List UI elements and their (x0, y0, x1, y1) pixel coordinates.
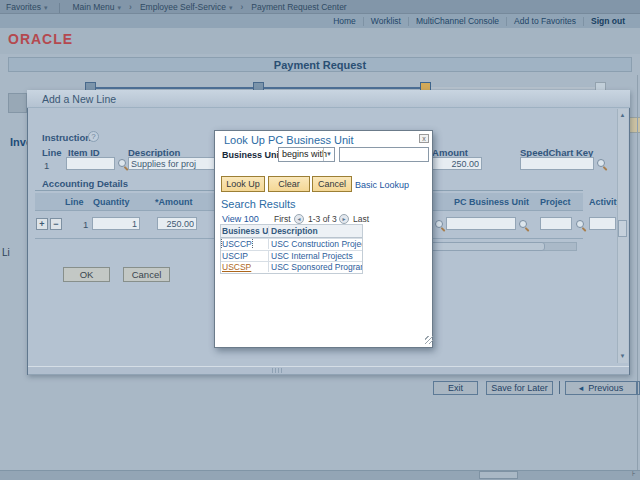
modal-scrollbar-thumb[interactable] (618, 220, 627, 237)
breadcrumb-current: Payment Request Center (245, 0, 352, 14)
pc-business-unit-lookup-icon[interactable] (519, 220, 530, 231)
home-link[interactable]: Home (326, 14, 363, 28)
business-unit-link-usccp[interactable]: USCCP (222, 239, 252, 249)
speedchart-lookup-icon[interactable] (597, 159, 608, 170)
favorites-label: Favorites (6, 2, 41, 12)
line-number-value: 1 (44, 160, 49, 171)
pagination-range: 1-3 of 3 (308, 214, 337, 224)
delete-row-button[interactable]: − (50, 218, 62, 230)
resize-grip-icon[interactable] (425, 336, 433, 344)
grid-project-header: Project (540, 197, 571, 207)
table-row: USCIP USC Internal Projects (221, 250, 362, 262)
lookup-cancel-button[interactable]: Cancel (312, 176, 352, 192)
grid-row-line-number: 1 (83, 219, 88, 230)
scroll-down-icon[interactable]: ▼ (618, 352, 627, 361)
table-row: USCCP USC Construction Projects (221, 238, 362, 250)
business-unit-link-uscsp[interactable]: USCSP (222, 262, 251, 272)
item-id-input[interactable] (66, 157, 115, 170)
worklist-link[interactable]: Worklist (364, 14, 408, 28)
description-cell[interactable]: USC Sponsored Programs (271, 262, 362, 272)
page-previous-icon[interactable]: ◂ (294, 214, 304, 224)
results-header-row: Business Unit Description (221, 225, 362, 238)
breadcrumb-bar: FavoritesMain MenuEmployee Self-ServiceP… (0, 0, 640, 14)
description-input[interactable] (128, 157, 228, 170)
modal-scrollbar-grip[interactable] (272, 368, 284, 373)
grid-pc-business-unit-header: PC Business Unit (454, 197, 529, 207)
line-label-fragment: Li (2, 247, 10, 258)
speedchart-key-input[interactable] (520, 157, 594, 170)
page-title: Payment Request (8, 57, 632, 72)
pagination-last[interactable]: Last (353, 214, 369, 224)
breadcrumb-separator-icon (127, 2, 134, 12)
grid-line-header: Line (65, 197, 84, 207)
pagination-first[interactable]: First (274, 214, 291, 224)
background-tab-fragment (8, 93, 27, 113)
ok-button[interactable]: OK (63, 267, 110, 282)
project-input[interactable] (540, 217, 572, 230)
add-row-button[interactable]: + (36, 218, 48, 230)
chevron-down-icon: ▼ (323, 148, 334, 161)
previous-label: Previous (588, 383, 623, 393)
search-results-title: Search Results (221, 198, 296, 210)
lookup-dialog-title: Look Up PC Business Unit (224, 134, 354, 146)
modal-title: Add a New Line (27, 90, 630, 108)
modal-horizontal-scrollbar[interactable] (28, 366, 629, 375)
self-service-label: Employee Self-Service (140, 2, 226, 12)
breadcrumb-self-service[interactable]: Employee Self-Service (134, 0, 239, 15)
description-column-header: Description (269, 226, 362, 236)
table-row: USCSP USC Sponsored Programs (221, 261, 362, 273)
line-amount-input[interactable] (428, 157, 482, 170)
grid-quantity-header: Quantity (93, 197, 130, 207)
add-to-favorites-link[interactable]: Add to Favorites (507, 14, 583, 28)
row-amount-input[interactable] (157, 217, 197, 230)
scroll-up-icon[interactable]: ▲ (618, 111, 627, 120)
window-scrollbar-thumb[interactable] (479, 471, 518, 479)
look-up-button[interactable]: Look Up (221, 176, 265, 192)
clear-button[interactable]: Clear (268, 176, 310, 192)
pc-business-unit-input[interactable] (446, 217, 516, 230)
breadcrumb-separator-icon (238, 2, 245, 12)
oracle-logo: ORACLE (8, 31, 73, 47)
project-lookup-icon[interactable] (576, 220, 587, 231)
page-edge-line (637, 75, 638, 470)
match-operator-value: begins with (282, 149, 327, 159)
description-cell[interactable]: USC Internal Projects (271, 251, 353, 261)
favorites-menu[interactable]: Favorites (0, 0, 53, 15)
match-operator-select[interactable]: begins with▼ (278, 147, 335, 162)
window-scrollbar-end-tick: ⊦ (632, 470, 636, 478)
quantity-input[interactable] (92, 217, 140, 230)
sign-out-link[interactable]: Sign out (584, 14, 632, 28)
breadcrumb-divider (59, 3, 60, 13)
cancel-button[interactable]: Cancel (123, 267, 170, 282)
accounting-details-label: Accounting Details (42, 178, 128, 189)
description-cell[interactable]: USC Construction Projects (271, 239, 362, 249)
page-next-icon[interactable]: ▸ (339, 214, 349, 224)
business-unit-link-uscip[interactable]: USCIP (222, 251, 248, 261)
close-icon[interactable]: x (419, 134, 429, 143)
business-unit-column-header: Business Unit (221, 226, 269, 236)
screen: FavoritesMain MenuEmployee Self-ServiceP… (0, 0, 640, 480)
business-unit-label: Business Unit: (222, 150, 285, 160)
logo-row (0, 28, 640, 54)
main-menu[interactable]: Main Menu (66, 0, 127, 15)
account-lookup-icon[interactable] (435, 220, 446, 231)
exit-button[interactable]: Exit (433, 381, 478, 395)
header-links-bar: HomeWorklistMultiChannel ConsoleAdd to F… (0, 14, 640, 28)
toolbar-divider (559, 381, 560, 394)
window-horizontal-scrollbar[interactable] (0, 470, 640, 480)
step-train-line-remaining (425, 87, 600, 89)
view-100-link[interactable]: View 100 (222, 214, 259, 224)
main-menu-label: Main Menu (72, 2, 114, 12)
grid-amount-header: *Amount (155, 197, 193, 207)
results-table: Business Unit Description USCCP USC Cons… (220, 224, 363, 274)
save-for-later-button[interactable]: Save for Later (486, 381, 553, 395)
activity-input[interactable] (589, 217, 616, 230)
line-label: Line (42, 147, 62, 158)
basic-lookup-link[interactable]: Basic Lookup (355, 180, 409, 190)
multichannel-console-link[interactable]: MultiChannel Console (409, 14, 506, 28)
help-icon[interactable]: ? (88, 131, 99, 142)
previous-button[interactable]: Previous (565, 381, 637, 395)
business-unit-search-input[interactable] (339, 147, 429, 162)
